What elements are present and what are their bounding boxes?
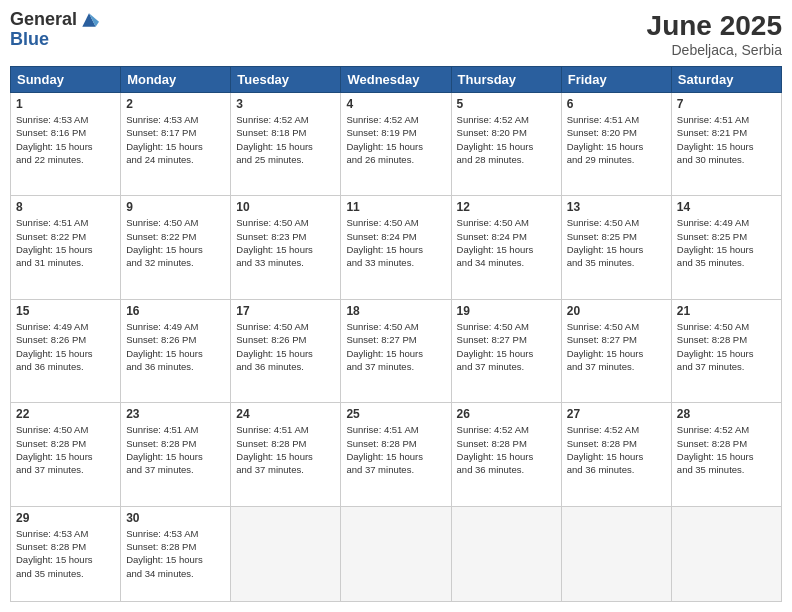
page: General Blue June 2025 Debeljaca, Serbia… [0,0,792,612]
logo-icon [79,10,99,30]
header-sunday: Sunday [11,67,121,93]
day-info: Sunrise: 4:50 AMSunset: 8:27 PMDaylight:… [457,320,556,373]
table-row: 5Sunrise: 4:52 AMSunset: 8:20 PMDaylight… [451,93,561,196]
table-row: 16Sunrise: 4:49 AMSunset: 8:26 PMDayligh… [121,299,231,402]
day-number: 27 [567,407,666,421]
day-number: 2 [126,97,225,111]
table-row: 4Sunrise: 4:52 AMSunset: 8:19 PMDaylight… [341,93,451,196]
day-number: 17 [236,304,335,318]
table-row: 28Sunrise: 4:52 AMSunset: 8:28 PMDayligh… [671,403,781,506]
day-number: 16 [126,304,225,318]
day-info: Sunrise: 4:49 AMSunset: 8:25 PMDaylight:… [677,216,776,269]
table-row: 19Sunrise: 4:50 AMSunset: 8:27 PMDayligh… [451,299,561,402]
table-row: 15Sunrise: 4:49 AMSunset: 8:26 PMDayligh… [11,299,121,402]
day-info: Sunrise: 4:53 AMSunset: 8:16 PMDaylight:… [16,113,115,166]
day-info: Sunrise: 4:50 AMSunset: 8:22 PMDaylight:… [126,216,225,269]
day-info: Sunrise: 4:50 AMSunset: 8:24 PMDaylight:… [457,216,556,269]
day-number: 30 [126,511,225,525]
table-row: 24Sunrise: 4:51 AMSunset: 8:28 PMDayligh… [231,403,341,506]
day-number: 7 [677,97,776,111]
logo: General Blue [10,10,99,50]
day-info: Sunrise: 4:53 AMSunset: 8:17 PMDaylight:… [126,113,225,166]
header-saturday: Saturday [671,67,781,93]
day-info: Sunrise: 4:49 AMSunset: 8:26 PMDaylight:… [126,320,225,373]
table-row [341,506,451,601]
day-number: 29 [16,511,115,525]
day-number: 20 [567,304,666,318]
day-info: Sunrise: 4:50 AMSunset: 8:27 PMDaylight:… [567,320,666,373]
day-number: 14 [677,200,776,214]
table-row: 14Sunrise: 4:49 AMSunset: 8:25 PMDayligh… [671,196,781,299]
day-number: 10 [236,200,335,214]
day-info: Sunrise: 4:49 AMSunset: 8:26 PMDaylight:… [16,320,115,373]
day-number: 24 [236,407,335,421]
day-number: 5 [457,97,556,111]
table-row: 21Sunrise: 4:50 AMSunset: 8:28 PMDayligh… [671,299,781,402]
table-row: 27Sunrise: 4:52 AMSunset: 8:28 PMDayligh… [561,403,671,506]
calendar-header-row: Sunday Monday Tuesday Wednesday Thursday… [11,67,782,93]
header-friday: Friday [561,67,671,93]
day-info: Sunrise: 4:52 AMSunset: 8:28 PMDaylight:… [677,423,776,476]
day-info: Sunrise: 4:51 AMSunset: 8:21 PMDaylight:… [677,113,776,166]
day-info: Sunrise: 4:50 AMSunset: 8:28 PMDaylight:… [677,320,776,373]
table-row: 26Sunrise: 4:52 AMSunset: 8:28 PMDayligh… [451,403,561,506]
table-row: 25Sunrise: 4:51 AMSunset: 8:28 PMDayligh… [341,403,451,506]
title-block: June 2025 Debeljaca, Serbia [647,10,782,58]
table-row: 7Sunrise: 4:51 AMSunset: 8:21 PMDaylight… [671,93,781,196]
header-tuesday: Tuesday [231,67,341,93]
day-info: Sunrise: 4:51 AMSunset: 8:28 PMDaylight:… [346,423,445,476]
header-monday: Monday [121,67,231,93]
table-row: 9Sunrise: 4:50 AMSunset: 8:22 PMDaylight… [121,196,231,299]
day-info: Sunrise: 4:50 AMSunset: 8:24 PMDaylight:… [346,216,445,269]
day-info: Sunrise: 4:51 AMSunset: 8:22 PMDaylight:… [16,216,115,269]
day-number: 22 [16,407,115,421]
day-info: Sunrise: 4:50 AMSunset: 8:23 PMDaylight:… [236,216,335,269]
table-row: 29Sunrise: 4:53 AMSunset: 8:28 PMDayligh… [11,506,121,601]
table-row: 11Sunrise: 4:50 AMSunset: 8:24 PMDayligh… [341,196,451,299]
day-number: 25 [346,407,445,421]
day-number: 26 [457,407,556,421]
logo-blue: Blue [10,30,49,50]
day-info: Sunrise: 4:52 AMSunset: 8:28 PMDaylight:… [567,423,666,476]
day-number: 4 [346,97,445,111]
table-row: 8Sunrise: 4:51 AMSunset: 8:22 PMDaylight… [11,196,121,299]
table-row [451,506,561,601]
day-info: Sunrise: 4:51 AMSunset: 8:20 PMDaylight:… [567,113,666,166]
day-number: 6 [567,97,666,111]
day-number: 3 [236,97,335,111]
table-row [671,506,781,601]
day-info: Sunrise: 4:52 AMSunset: 8:20 PMDaylight:… [457,113,556,166]
day-number: 15 [16,304,115,318]
table-row: 3Sunrise: 4:52 AMSunset: 8:18 PMDaylight… [231,93,341,196]
day-info: Sunrise: 4:51 AMSunset: 8:28 PMDaylight:… [126,423,225,476]
day-info: Sunrise: 4:52 AMSunset: 8:19 PMDaylight:… [346,113,445,166]
day-number: 8 [16,200,115,214]
table-row: 2Sunrise: 4:53 AMSunset: 8:17 PMDaylight… [121,93,231,196]
day-info: Sunrise: 4:51 AMSunset: 8:28 PMDaylight:… [236,423,335,476]
day-info: Sunrise: 4:50 AMSunset: 8:26 PMDaylight:… [236,320,335,373]
day-info: Sunrise: 4:52 AMSunset: 8:28 PMDaylight:… [457,423,556,476]
day-info: Sunrise: 4:52 AMSunset: 8:18 PMDaylight:… [236,113,335,166]
month-year: June 2025 [647,10,782,42]
logo-general: General [10,10,77,30]
table-row: 10Sunrise: 4:50 AMSunset: 8:23 PMDayligh… [231,196,341,299]
table-row [561,506,671,601]
table-row: 1Sunrise: 4:53 AMSunset: 8:16 PMDaylight… [11,93,121,196]
day-number: 11 [346,200,445,214]
day-info: Sunrise: 4:50 AMSunset: 8:27 PMDaylight:… [346,320,445,373]
day-info: Sunrise: 4:50 AMSunset: 8:25 PMDaylight:… [567,216,666,269]
day-number: 9 [126,200,225,214]
table-row: 6Sunrise: 4:51 AMSunset: 8:20 PMDaylight… [561,93,671,196]
table-row: 13Sunrise: 4:50 AMSunset: 8:25 PMDayligh… [561,196,671,299]
table-row: 22Sunrise: 4:50 AMSunset: 8:28 PMDayligh… [11,403,121,506]
day-number: 12 [457,200,556,214]
day-number: 18 [346,304,445,318]
day-number: 21 [677,304,776,318]
day-info: Sunrise: 4:53 AMSunset: 8:28 PMDaylight:… [126,527,225,580]
day-number: 28 [677,407,776,421]
day-number: 13 [567,200,666,214]
location: Debeljaca, Serbia [647,42,782,58]
table-row [231,506,341,601]
day-info: Sunrise: 4:50 AMSunset: 8:28 PMDaylight:… [16,423,115,476]
table-row: 23Sunrise: 4:51 AMSunset: 8:28 PMDayligh… [121,403,231,506]
